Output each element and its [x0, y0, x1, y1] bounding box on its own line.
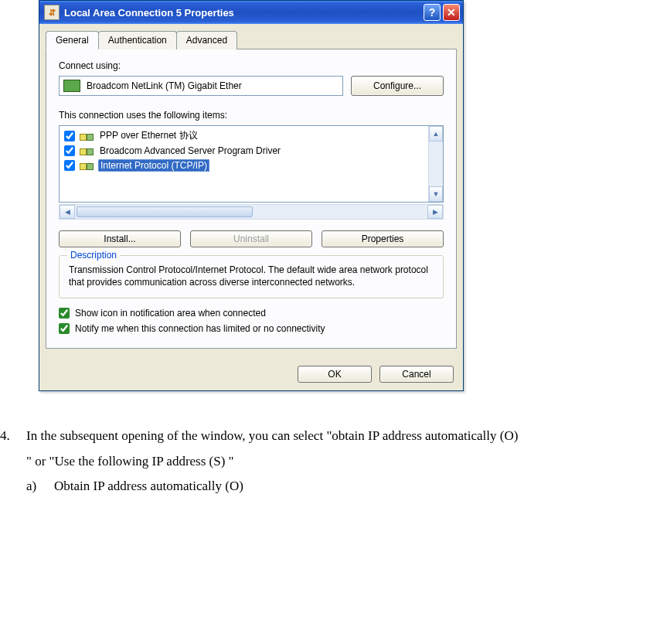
window-title: Local Area Connection 5 Properties: [64, 7, 421, 19]
tab-authentication[interactable]: Authentication: [98, 31, 177, 49]
description-legend: Description: [67, 250, 120, 261]
dialog-body: General Authentication Advanced Connect …: [39, 24, 463, 390]
help-button[interactable]: ?: [424, 4, 441, 21]
list-item[interactable]: Internet Protocol (TCP/IP): [61, 158, 427, 172]
description-group: Description Transmission Control Protoco…: [59, 255, 444, 298]
show-icon-label: Show icon in notification area when conn…: [75, 308, 266, 319]
notify-label: Notify me when this connection has limit…: [75, 323, 325, 334]
step-number: 4.: [0, 424, 26, 448]
scroll-down-icon[interactable]: ▼: [429, 186, 443, 202]
instruction-text: 4. In the subsequent opening of the wind…: [0, 424, 667, 499]
show-icon-checkbox[interactable]: [59, 308, 70, 319]
tab-advanced[interactable]: Advanced: [176, 31, 237, 49]
list-item[interactable]: PPP over Ethernet 协议: [61, 128, 427, 143]
item-checkbox[interactable]: [64, 160, 75, 171]
protocol-icon: [80, 131, 94, 141]
step-line2: " or "Use the following IP address (S) ": [0, 449, 667, 474]
step-line1: In the subsequent opening of the window,…: [26, 424, 667, 448]
vertical-scrollbar[interactable]: ▲ ▼: [428, 126, 443, 202]
substep-text: Obtain IP address automatically (O): [54, 479, 243, 493]
items-listbox[interactable]: PPP over Ethernet 协议 Broadcom Advanced S…: [59, 125, 444, 203]
item-label: PPP over Ethernet 协议: [98, 129, 199, 142]
list-item[interactable]: Broadcom Advanced Server Program Driver: [61, 143, 427, 158]
scroll-right-icon[interactable]: ▶: [427, 205, 443, 219]
description-text: Transmission Control Protocol/Internet P…: [69, 264, 434, 288]
connect-using-label: Connect using:: [59, 60, 444, 71]
ok-button[interactable]: OK: [298, 366, 372, 383]
tab-general[interactable]: General: [46, 31, 99, 49]
item-checkbox[interactable]: [64, 145, 75, 156]
close-button[interactable]: ✕: [443, 4, 460, 21]
tab-row: General Authentication Advanced: [46, 30, 457, 49]
scroll-thumb[interactable]: [77, 206, 253, 217]
cancel-button[interactable]: Cancel: [379, 366, 454, 383]
network-adapter-icon: [63, 80, 80, 92]
substep-label: a): [26, 474, 54, 499]
uninstall-button: Uninstall: [190, 230, 312, 247]
scroll-track[interactable]: [429, 141, 443, 186]
scroll-track[interactable]: [75, 205, 427, 219]
item-checkbox[interactable]: [64, 131, 75, 141]
titlebar: ⇵ Local Area Connection 5 Properties ? ✕: [39, 1, 463, 24]
protocol-icon: [80, 145, 94, 156]
adapter-name: Broadcom NetLink (TM) Gigabit Ether: [87, 80, 242, 91]
items-label: This connection uses the following items…: [59, 110, 444, 121]
adapter-field[interactable]: Broadcom NetLink (TM) Gigabit Ether: [59, 76, 343, 96]
item-label: Broadcom Advanced Server Program Driver: [98, 145, 282, 156]
tab-panel-general: Connect using: Broadcom NetLink (TM) Gig…: [46, 49, 457, 349]
notify-checkbox[interactable]: [59, 323, 70, 334]
scroll-left-icon[interactable]: ◀: [60, 205, 75, 219]
properties-dialog: ⇵ Local Area Connection 5 Properties ? ✕…: [39, 0, 464, 391]
configure-button[interactable]: Configure...: [351, 76, 444, 96]
horizontal-scrollbar[interactable]: ◀ ▶: [59, 204, 444, 220]
properties-button[interactable]: Properties: [322, 230, 444, 247]
connection-icon: ⇵: [44, 5, 60, 20]
scroll-up-icon[interactable]: ▲: [429, 126, 443, 141]
install-button[interactable]: Install...: [59, 230, 181, 247]
item-label: Internet Protocol (TCP/IP): [98, 159, 209, 172]
protocol-icon: [80, 160, 94, 171]
